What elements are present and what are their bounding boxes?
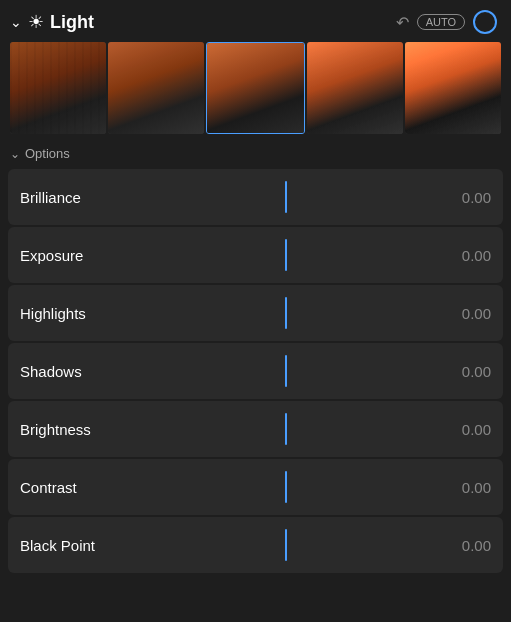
- slider-track-3[interactable]: [130, 343, 441, 399]
- slider-indicator-0: [285, 181, 287, 213]
- slider-label-3: Shadows: [20, 363, 130, 380]
- slider-track-6[interactable]: [130, 517, 441, 573]
- slider-value-1: 0.00: [441, 247, 491, 264]
- slider-indicator-4: [285, 413, 287, 445]
- thumbnail-image-5: [405, 42, 501, 134]
- thumbnail-2[interactable]: [108, 42, 204, 134]
- sun-icon: ☀: [28, 11, 44, 33]
- slider-value-0: 0.00: [441, 189, 491, 206]
- thumbnail-image-3: [207, 43, 303, 133]
- auto-button[interactable]: AUTO: [417, 14, 465, 30]
- thumbnail-4[interactable]: [307, 42, 403, 134]
- options-header[interactable]: ⌄ Options: [0, 142, 511, 169]
- light-panel: ⌄ ☀ Light ↶ AUTO: [0, 0, 511, 622]
- slider-row-shadows[interactable]: Shadows0.00: [8, 343, 503, 399]
- slider-row-highlights[interactable]: Highlights0.00: [8, 285, 503, 341]
- thumbnail-image-2: [108, 42, 204, 134]
- slider-row-black-point[interactable]: Black Point0.00: [8, 517, 503, 573]
- sliders-list: Brilliance0.00Exposure0.00Highlights0.00…: [0, 169, 511, 622]
- options-chevron-icon: ⌄: [10, 147, 20, 161]
- slider-track-0[interactable]: [130, 169, 441, 225]
- thumbnail-1[interactable]: [10, 42, 106, 134]
- slider-indicator-3: [285, 355, 287, 387]
- slider-indicator-2: [285, 297, 287, 329]
- slider-label-0: Brilliance: [20, 189, 130, 206]
- thumbnail-5[interactable]: [405, 42, 501, 134]
- slider-value-5: 0.00: [441, 479, 491, 496]
- slider-value-6: 0.00: [441, 537, 491, 554]
- slider-indicator-6: [285, 529, 287, 561]
- slider-label-5: Contrast: [20, 479, 130, 496]
- slider-label-4: Brightness: [20, 421, 130, 438]
- slider-indicator-5: [285, 471, 287, 503]
- slider-indicator-1: [285, 239, 287, 271]
- slider-value-3: 0.00: [441, 363, 491, 380]
- options-label: Options: [25, 146, 70, 161]
- slider-track-5[interactable]: [130, 459, 441, 515]
- thumbnail-3[interactable]: [206, 42, 304, 134]
- slider-track-1[interactable]: [130, 227, 441, 283]
- panel-title: Light: [50, 12, 390, 33]
- slider-row-brightness[interactable]: Brightness0.00: [8, 401, 503, 457]
- slider-value-4: 0.00: [441, 421, 491, 438]
- slider-label-2: Highlights: [20, 305, 130, 322]
- slider-track-2[interactable]: [130, 285, 441, 341]
- slider-track-4[interactable]: [130, 401, 441, 457]
- slider-row-contrast[interactable]: Contrast0.00: [8, 459, 503, 515]
- thumbnail-image-4: [307, 42, 403, 134]
- slider-value-2: 0.00: [441, 305, 491, 322]
- header-controls: ↶ AUTO: [396, 10, 497, 34]
- panel-header: ⌄ ☀ Light ↶ AUTO: [0, 0, 511, 42]
- slider-row-brilliance[interactable]: Brilliance0.00: [8, 169, 503, 225]
- thumbnail-image-1: [10, 42, 106, 134]
- slider-label-6: Black Point: [20, 537, 130, 554]
- thumbnails-row: [0, 42, 511, 142]
- collapse-chevron-icon[interactable]: ⌄: [10, 14, 22, 30]
- display-toggle-button[interactable]: [473, 10, 497, 34]
- slider-label-1: Exposure: [20, 247, 130, 264]
- slider-row-exposure[interactable]: Exposure0.00: [8, 227, 503, 283]
- undo-icon[interactable]: ↶: [396, 13, 409, 32]
